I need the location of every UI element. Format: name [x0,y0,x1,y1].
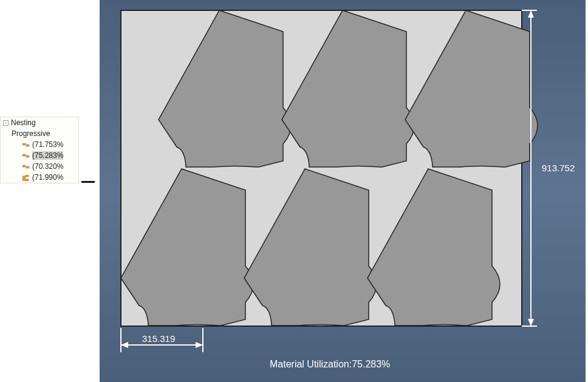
tree-node-root[interactable]: - Nesting [1,117,78,128]
tree-node-item[interactable]: (71.990% [1,172,78,183]
tree-node-group[interactable]: Progressive [1,128,78,139]
dimension-horizontal: 315.319 [121,328,203,352]
connector-line [81,181,95,183]
tree-item-label: (71.753% [32,140,63,149]
utilization-text: Material Utilization:75.283% [270,359,390,369]
tree-root-label: Nesting [11,118,36,127]
dim-value-horizontal: 315.319 [142,333,175,344]
tree-item-label: (70.320% [32,162,63,171]
nesting-viewport[interactable]: 913.752 315.319 Material Utilization:75.… [100,0,586,382]
nesting-icon [22,142,30,148]
nesting-icon [22,163,30,169]
nesting-icon [22,174,30,180]
collapse-icon: - [3,120,9,126]
tree-node-item[interactable]: (75.283% [1,150,78,161]
tree-node-item[interactable]: (70.320% [1,161,78,172]
nesting-icon [22,152,30,159]
tree-item-label: (71.990% [32,173,63,182]
tree-node-item[interactable]: (71.753% [1,139,78,150]
tree-panel: - Nesting Progressive (71.753% (75.283% … [0,117,79,183]
tree-group-label: Progressive [12,129,50,138]
dim-value-vertical: 913.752 [542,163,575,173]
tree-item-label: (75.283% [32,151,63,160]
